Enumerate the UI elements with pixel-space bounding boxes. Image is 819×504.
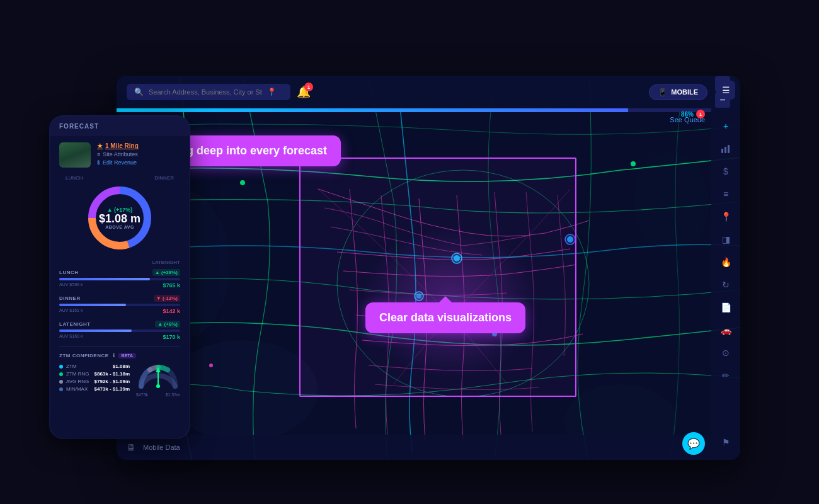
site-thumbnail [59,142,91,168]
tooltip-data-viz: Clear data visualizations [365,302,525,333]
app-container: 🔍 📍 🔔 1 📱 MOBILE + − [0,0,819,504]
sidebar-icon-fire[interactable]: 🔥 [716,252,736,272]
latenight-bar-track [59,329,180,332]
forecast-header: FORECAST [50,117,189,136]
mobile-phone-icon: 📱 [658,88,667,96]
latenight-value: $170 k [163,334,180,340]
svg-point-25 [156,384,160,388]
latenight-auv: AUV $160 k [59,334,83,340]
donut-value: $1.08 m [99,213,140,226]
ztm-stats: ZTM $1.08m ZTM RNG $863k - $1.18m AVG RN… [59,364,130,394]
lunch-auv-label: AUV [59,282,68,287]
sidebar-icon-location[interactable]: 📍 [716,207,736,227]
search-input[interactable] [149,88,262,96]
svg-rect-19 [728,145,730,153]
map-right-sidebar: + $ ≡ 📍 ◨ 🔥 ↻ 📄 🚗 ⊙ ✏ ⚑ [711,108,740,460]
search-box[interactable]: 🔍 📍 [127,84,290,100]
ztm-content: ZTM $1.08m ZTM RNG $863k - $1.18m AVG RN… [59,364,180,394]
site-attr: ≡ Site Attributes [97,151,180,158]
dinner-bar-fill [59,304,126,306]
ztm-label-0: ZTM [66,364,110,369]
map-topbar: 🔍 📍 🔔 1 📱 MOBILE + − [117,76,740,108]
lunch-row: LUNCH ▲ (+28%) AUV $596 k $765 k [59,269,180,289]
sidebar-icon-dash[interactable]: ≡ [716,184,736,204]
notification-bell[interactable]: 🔔 1 [297,85,311,99]
site-meta: ★ 1 Mile Ring ≡ Site Attributes $ Edit R… [97,142,180,166]
dinner-footer: AUV $161 k $142 k [59,308,180,314]
menu-button[interactable]: ☰ [716,81,735,100]
donut-chart: ▲ (+17%) $1.08 m ABOVE AVG [85,183,154,253]
lunch-bar-fill [59,278,150,280]
donut-label: ABOVE AVG [105,225,134,229]
sidebar-icon-pen[interactable]: ✏ [716,365,736,386]
gauge-svg [136,364,180,389]
ztm-row-3: MIN/MAX $473k - $1.39m [59,386,130,392]
ztm-header: ZTM CONFIDENCE ℹ BETA [59,352,180,358]
ztm-value-0: $1.08m [113,364,130,369]
sidebar-icon-target[interactable]: ⊙ [716,343,736,363]
sidebar-icon-document[interactable]: 📄 [716,297,736,318]
completion-bar [117,108,711,112]
forecast-body: ★ 1 Mile Ring ≡ Site Attributes $ Edit R… [50,136,189,400]
dinner-auv-value: $161 k [69,308,83,312]
latenight-bar-fill [59,329,132,332]
latenight-header: LATENIGHT ▲ (+6%) [59,321,180,328]
sidebar-icon-chart[interactable] [716,139,736,159]
site-revenue-text: Edit Revenue [103,159,137,166]
ztm-label-1: ZTM RNG [66,371,91,377]
sidebar-icon-layers[interactable]: ◨ [716,229,736,249]
sidebar-icon-plus[interactable]: + [716,116,736,136]
site-name-link[interactable]: ★ 1 Mile Ring [97,142,180,149]
ztm-title: ZTM CONFIDENCE [59,353,109,358]
svg-rect-17 [721,149,723,153]
ztm-dot-2 [59,380,63,384]
ztm-value-1: $863k - $1.18m [94,371,130,377]
donut-center: ▲ (+17%) $1.08 m ABOVE AVG [85,183,154,253]
latenight-auv-label: AUV [59,334,68,338]
svg-point-11 [631,161,636,166]
ztm-label-3: MIN/MAX [66,386,91,392]
lunch-change: ▲ (+28%) [152,269,180,276]
ztm-row-0: ZTM $1.08m [59,364,130,369]
sidebar-icon-dollar[interactable]: $ [716,161,736,181]
site-name-text: 1 Mile Ring [105,142,139,149]
lunch-footer: AUV $596 k $765 k [59,282,180,289]
lunch-header: LUNCH ▲ (+28%) [59,269,180,276]
monitor-icon: 🖥 [127,442,135,452]
sidebar-icon-refresh[interactable]: ↻ [716,275,736,295]
see-queue-link[interactable]: See Queue [670,116,705,123]
gauge-max: $1.39m [166,392,180,397]
map-container: 🔍 📍 🔔 1 📱 MOBILE + − [117,76,740,460]
dinner-header: DINNER ▼ (-12%) [59,295,180,302]
beta-badge: BETA [118,353,137,358]
search-icon: 🔍 [134,88,144,96]
donut-labels: LUNCH DINNER [59,175,180,181]
site-attr-text: Site Attributes [103,151,138,158]
map-pin-icon: 📍 [267,88,277,96]
svg-point-12 [209,364,213,367]
chat-button[interactable]: 💬 [682,432,705,455]
latenight-row: LATENIGHT ▲ (+6%) AUV $160 k $170 k [59,321,180,340]
latenight-auv-value: $160 k [69,334,83,338]
ztm-row-2: AVG RNG $792k - $1.09m [59,379,130,384]
mobile-label: MOBILE [671,88,698,96]
svg-point-4 [633,151,709,252]
ztm-row-1: ZTM RNG $863k - $1.18m [59,371,130,377]
forecast-title: FORECAST [59,123,99,130]
forecast-panel: FORECAST ★ 1 Mile Ring ≡ Site Attributes [50,117,189,438]
lunch-bar-track [59,278,180,280]
completion-fill [117,108,628,112]
dinner-name: DINNER [59,295,81,301]
mobile-data-label: Mobile Data [143,444,180,451]
lunch-label: LUNCH [66,175,83,181]
latenight-change: ▲ (+6%) [155,321,180,328]
site-revenue-link[interactable]: $ Edit Revenue [97,159,180,166]
svg-rect-18 [724,147,726,153]
ztm-value-2: $792k - $1.09m [94,379,130,384]
dinner-bar-track [59,304,180,306]
sidebar-icon-car[interactable]: 🚗 [716,320,736,340]
tooltip-forecast-text: Dig deep into every forecast [175,144,327,157]
mobile-button[interactable]: 📱 MOBILE [649,84,707,100]
sidebar-icon-flag[interactable]: ⚑ [716,432,736,452]
ztm-dot-3 [59,387,63,391]
